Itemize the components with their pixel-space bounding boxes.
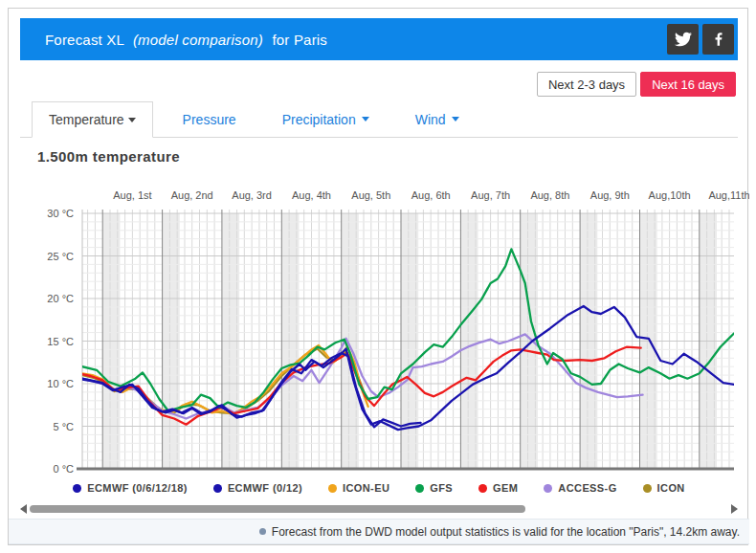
tab-pressure[interactable]: Pressure bbox=[167, 101, 253, 137]
legend-label: ICON-EU bbox=[343, 482, 389, 494]
chart-canvas[interactable]: Aug, 1stAug, 2ndAug, 3rdAug, 4thAug, 5th… bbox=[9, 181, 749, 482]
x-tick-label: Aug,10th bbox=[649, 189, 691, 201]
scroll-left-icon[interactable] bbox=[20, 504, 27, 514]
facebook-icon[interactable] bbox=[702, 24, 734, 55]
legend-item-icon[interactable]: ICON bbox=[643, 482, 685, 494]
x-tick-label: Aug, 7th bbox=[471, 189, 510, 201]
y-tick-label: 0 °C bbox=[53, 463, 74, 475]
legend-item-access-g[interactable]: ACCESS-G bbox=[544, 482, 616, 494]
title-location: for Paris bbox=[272, 32, 327, 48]
chart-title: 1.500m temperature bbox=[37, 148, 180, 165]
page-title: Forecast XL (model comparison) for Paris bbox=[45, 32, 327, 48]
chart-scrollbar[interactable] bbox=[20, 502, 738, 516]
legend-dot-icon bbox=[643, 484, 652, 493]
scrollbar-thumb[interactable] bbox=[30, 505, 525, 513]
legend-dot-icon bbox=[478, 484, 487, 493]
title-subtitle: (model comparison) bbox=[133, 32, 263, 48]
scrollbar-track[interactable] bbox=[30, 502, 728, 516]
legend-label: ACCESS-G bbox=[558, 482, 616, 494]
legend-item-ecmwf-0-6-12-18[interactable]: ECMWF (0/6/12/18) bbox=[73, 482, 188, 494]
title-main: Forecast XL bbox=[45, 32, 124, 48]
chart-legend: ECMWF (0/6/12/18)ECMWF (0/12)ICON-EUGFSG… bbox=[9, 482, 749, 494]
forecast-chart-svg: Aug, 1stAug, 2ndAug, 3rdAug, 4thAug, 5th… bbox=[9, 181, 749, 482]
tab-precipitation[interactable]: Precipitation bbox=[266, 101, 386, 137]
tab-wind[interactable]: Wind bbox=[399, 101, 476, 137]
next-2-3-days-button[interactable]: Next 2-3 days bbox=[537, 72, 636, 97]
y-tick-label: 25 °C bbox=[47, 251, 74, 262]
header-bar: Forecast XL (model comparison) for Paris bbox=[20, 18, 738, 60]
legend-label: ECMWF (0/12) bbox=[228, 482, 302, 494]
x-tick-label: Aug, 8th bbox=[530, 189, 569, 201]
y-tick-label: 20 °C bbox=[47, 293, 74, 304]
forecast-card: Forecast XL (model comparison) for Paris… bbox=[8, 8, 748, 545]
legend-dot-icon bbox=[328, 484, 337, 493]
x-tick-label: Aug, 4th bbox=[292, 189, 331, 201]
legend-label: ICON bbox=[657, 482, 685, 494]
x-tick-label: Aug, 5th bbox=[351, 189, 390, 201]
y-tick-label: 30 °C bbox=[47, 208, 74, 219]
legend-item-gfs[interactable]: GFS bbox=[415, 482, 453, 494]
x-tick-label: Aug, 3rd bbox=[232, 189, 272, 201]
range-buttons: Next 2-3 days Next 16 days bbox=[537, 72, 736, 97]
x-tick-label: Aug, 1st bbox=[113, 189, 151, 201]
y-tick-label: 10 °C bbox=[47, 378, 74, 389]
tab-precipitation-label: Precipitation bbox=[282, 112, 356, 127]
scroll-right-icon[interactable] bbox=[731, 504, 738, 514]
legend-label: GEM bbox=[493, 482, 518, 494]
legend-dot-icon bbox=[73, 484, 81, 493]
y-tick-label: 5 °C bbox=[53, 421, 74, 432]
bullet-icon bbox=[259, 528, 266, 535]
legend-dot-icon bbox=[213, 484, 222, 493]
tab-wind-label: Wind bbox=[415, 112, 446, 127]
caret-down-icon bbox=[362, 117, 369, 122]
legend-item-gem[interactable]: GEM bbox=[478, 482, 518, 494]
legend-item-ecmwf-0-12[interactable]: ECMWF (0/12) bbox=[213, 482, 302, 494]
social-buttons bbox=[667, 24, 734, 55]
tab-temperature-label: Temperature bbox=[49, 112, 124, 127]
legend-label: GFS bbox=[430, 482, 453, 494]
twitter-icon[interactable] bbox=[667, 24, 699, 55]
x-tick-label: Aug, 9th bbox=[590, 189, 630, 201]
legend-dot-icon bbox=[544, 484, 552, 493]
footer-note: Forecast from the DWD model output stati… bbox=[9, 519, 749, 544]
legend-item-icon-eu[interactable]: ICON-EU bbox=[328, 482, 389, 494]
next-16-days-button[interactable]: Next 16 days bbox=[640, 72, 736, 97]
caret-down-icon bbox=[452, 117, 459, 122]
caret-down-icon bbox=[128, 118, 136, 122]
y-tick-label: 15 °C bbox=[47, 336, 74, 347]
footer-note-text: Forecast from the DWD model output stati… bbox=[272, 525, 740, 539]
tab-temperature[interactable]: Temperature bbox=[32, 101, 153, 138]
legend-label: ECMWF (0/6/12/18) bbox=[87, 482, 188, 494]
x-tick-label: Aug, 6th bbox=[411, 189, 451, 201]
tab-bar: Temperature Pressure Precipitation Wind bbox=[20, 101, 738, 138]
tab-pressure-label: Pressure bbox=[183, 112, 236, 127]
legend-dot-icon bbox=[415, 484, 424, 493]
x-tick-label: Aug, 2nd bbox=[171, 189, 213, 201]
x-tick-label: Aug,11th bbox=[708, 189, 749, 201]
